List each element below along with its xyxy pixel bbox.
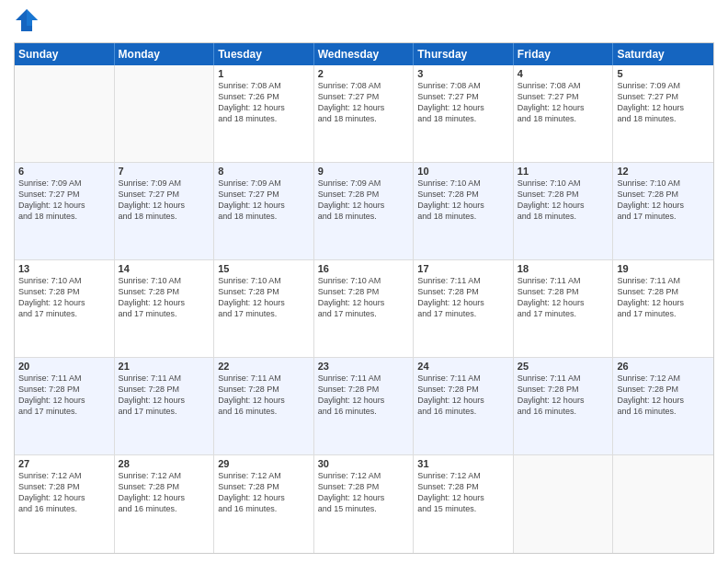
day-number: 23 <box>318 361 410 372</box>
day-number: 4 <box>518 68 609 79</box>
header-day-tuesday: Tuesday <box>214 43 314 65</box>
header-day-sunday: Sunday <box>15 43 115 65</box>
day-info: Sunrise: 7:09 AM Sunset: 7:28 PM Dayligh… <box>318 178 410 223</box>
day-cell-13: 13Sunrise: 7:10 AM Sunset: 7:28 PM Dayli… <box>15 260 115 357</box>
day-cell-22: 22Sunrise: 7:11 AM Sunset: 7:28 PM Dayli… <box>214 358 314 454</box>
day-cell-9: 9Sunrise: 7:09 AM Sunset: 7:28 PM Daylig… <box>314 163 415 259</box>
day-info: Sunrise: 7:11 AM Sunset: 7:28 PM Dayligh… <box>417 373 509 418</box>
day-info: Sunrise: 7:09 AM Sunset: 7:27 PM Dayligh… <box>119 178 210 223</box>
week-row-4: 20Sunrise: 7:11 AM Sunset: 7:28 PM Dayli… <box>15 358 713 455</box>
day-cell-25: 25Sunrise: 7:11 AM Sunset: 7:28 PM Dayli… <box>514 358 614 454</box>
day-info: Sunrise: 7:11 AM Sunset: 7:28 PM Dayligh… <box>518 275 609 320</box>
day-info: Sunrise: 7:12 AM Sunset: 7:28 PM Dayligh… <box>318 470 410 515</box>
header <box>14 9 714 35</box>
week-row-3: 13Sunrise: 7:10 AM Sunset: 7:28 PM Dayli… <box>15 260 713 358</box>
logo <box>14 9 43 35</box>
day-info: Sunrise: 7:11 AM Sunset: 7:28 PM Dayligh… <box>318 373 410 418</box>
day-number: 10 <box>417 166 509 177</box>
day-cell-8: 8Sunrise: 7:09 AM Sunset: 7:27 PM Daylig… <box>214 163 314 259</box>
day-number: 25 <box>518 361 609 372</box>
day-cell-11: 11Sunrise: 7:10 AM Sunset: 7:28 PM Dayli… <box>514 163 614 259</box>
day-number: 17 <box>417 263 509 274</box>
empty-cell <box>514 455 614 553</box>
day-cell-14: 14Sunrise: 7:10 AM Sunset: 7:28 PM Dayli… <box>115 260 215 357</box>
week-row-2: 6Sunrise: 7:09 AM Sunset: 7:27 PM Daylig… <box>15 163 713 260</box>
day-info: Sunrise: 7:09 AM Sunset: 7:27 PM Dayligh… <box>617 80 710 125</box>
day-number: 19 <box>617 263 710 274</box>
day-number: 27 <box>18 458 110 469</box>
day-cell-12: 12Sunrise: 7:10 AM Sunset: 7:28 PM Dayli… <box>613 163 713 259</box>
day-number: 1 <box>218 68 310 79</box>
day-cell-6: 6Sunrise: 7:09 AM Sunset: 7:27 PM Daylig… <box>15 163 115 259</box>
day-number: 5 <box>617 68 710 79</box>
day-number: 8 <box>218 166 310 177</box>
day-number: 9 <box>318 166 410 177</box>
page: SundayMondayTuesdayWednesdayThursdayFrid… <box>0 0 728 563</box>
day-cell-23: 23Sunrise: 7:11 AM Sunset: 7:28 PM Dayli… <box>314 358 415 454</box>
calendar: SundayMondayTuesdayWednesdayThursdayFrid… <box>14 42 714 554</box>
day-number: 18 <box>518 263 609 274</box>
day-info: Sunrise: 7:11 AM Sunset: 7:28 PM Dayligh… <box>18 373 110 418</box>
week-row-5: 27Sunrise: 7:12 AM Sunset: 7:28 PM Dayli… <box>15 455 713 553</box>
day-number: 24 <box>417 361 509 372</box>
day-number: 21 <box>119 361 210 372</box>
day-cell-31: 31Sunrise: 7:12 AM Sunset: 7:28 PM Dayli… <box>414 455 514 553</box>
day-number: 14 <box>119 263 210 274</box>
day-number: 22 <box>218 361 310 372</box>
header-day-thursday: Thursday <box>414 43 514 65</box>
day-cell-20: 20Sunrise: 7:11 AM Sunset: 7:28 PM Dayli… <box>15 358 115 454</box>
day-info: Sunrise: 7:11 AM Sunset: 7:28 PM Dayligh… <box>617 275 710 320</box>
empty-cell <box>115 65 215 162</box>
week-row-1: 1Sunrise: 7:08 AM Sunset: 7:26 PM Daylig… <box>15 65 713 163</box>
day-number: 7 <box>119 166 210 177</box>
header-day-saturday: Saturday <box>613 43 713 65</box>
day-info: Sunrise: 7:10 AM Sunset: 7:28 PM Dayligh… <box>218 275 310 320</box>
day-cell-5: 5Sunrise: 7:09 AM Sunset: 7:27 PM Daylig… <box>613 65 713 162</box>
day-cell-28: 28Sunrise: 7:12 AM Sunset: 7:28 PM Dayli… <box>115 455 215 553</box>
day-info: Sunrise: 7:10 AM Sunset: 7:28 PM Dayligh… <box>318 275 410 320</box>
day-info: Sunrise: 7:11 AM Sunset: 7:28 PM Dayligh… <box>417 275 509 320</box>
svg-marker-1 <box>27 9 38 26</box>
day-number: 13 <box>18 263 110 274</box>
day-info: Sunrise: 7:10 AM Sunset: 7:28 PM Dayligh… <box>417 178 509 223</box>
day-info: Sunrise: 7:09 AM Sunset: 7:27 PM Dayligh… <box>18 178 110 223</box>
day-info: Sunrise: 7:10 AM Sunset: 7:28 PM Dayligh… <box>617 178 710 223</box>
day-number: 11 <box>518 166 609 177</box>
day-number: 15 <box>218 263 310 274</box>
day-number: 3 <box>417 68 509 79</box>
day-info: Sunrise: 7:11 AM Sunset: 7:28 PM Dayligh… <box>218 373 310 418</box>
logo-icon <box>14 7 40 33</box>
day-cell-15: 15Sunrise: 7:10 AM Sunset: 7:28 PM Dayli… <box>214 260 314 357</box>
day-number: 6 <box>18 166 110 177</box>
day-info: Sunrise: 7:10 AM Sunset: 7:28 PM Dayligh… <box>18 275 110 320</box>
day-cell-18: 18Sunrise: 7:11 AM Sunset: 7:28 PM Dayli… <box>514 260 614 357</box>
day-number: 16 <box>318 263 410 274</box>
day-cell-7: 7Sunrise: 7:09 AM Sunset: 7:27 PM Daylig… <box>115 163 215 259</box>
day-cell-4: 4Sunrise: 7:08 AM Sunset: 7:27 PM Daylig… <box>514 65 614 162</box>
day-cell-19: 19Sunrise: 7:11 AM Sunset: 7:28 PM Dayli… <box>613 260 713 357</box>
day-info: Sunrise: 7:08 AM Sunset: 7:27 PM Dayligh… <box>417 80 509 125</box>
header-day-monday: Monday <box>115 43 215 65</box>
day-cell-21: 21Sunrise: 7:11 AM Sunset: 7:28 PM Dayli… <box>115 358 215 454</box>
day-cell-10: 10Sunrise: 7:10 AM Sunset: 7:28 PM Dayli… <box>414 163 514 259</box>
day-info: Sunrise: 7:08 AM Sunset: 7:27 PM Dayligh… <box>518 80 609 125</box>
empty-cell <box>613 455 713 553</box>
empty-cell <box>15 65 115 162</box>
day-info: Sunrise: 7:11 AM Sunset: 7:28 PM Dayligh… <box>518 373 609 418</box>
day-cell-27: 27Sunrise: 7:12 AM Sunset: 7:28 PM Dayli… <box>15 455 115 553</box>
day-cell-3: 3Sunrise: 7:08 AM Sunset: 7:27 PM Daylig… <box>414 65 514 162</box>
day-number: 30 <box>318 458 410 469</box>
day-cell-29: 29Sunrise: 7:12 AM Sunset: 7:28 PM Dayli… <box>214 455 314 553</box>
day-info: Sunrise: 7:12 AM Sunset: 7:28 PM Dayligh… <box>18 470 110 515</box>
day-number: 26 <box>617 361 710 372</box>
day-info: Sunrise: 7:09 AM Sunset: 7:27 PM Dayligh… <box>218 178 310 223</box>
header-day-friday: Friday <box>514 43 614 65</box>
day-number: 20 <box>18 361 110 372</box>
day-info: Sunrise: 7:12 AM Sunset: 7:28 PM Dayligh… <box>119 470 210 515</box>
calendar-header: SundayMondayTuesdayWednesdayThursdayFrid… <box>15 43 713 65</box>
day-number: 29 <box>218 458 310 469</box>
day-cell-1: 1Sunrise: 7:08 AM Sunset: 7:26 PM Daylig… <box>214 65 314 162</box>
day-cell-30: 30Sunrise: 7:12 AM Sunset: 7:28 PM Dayli… <box>314 455 415 553</box>
day-cell-24: 24Sunrise: 7:11 AM Sunset: 7:28 PM Dayli… <box>414 358 514 454</box>
day-info: Sunrise: 7:12 AM Sunset: 7:28 PM Dayligh… <box>417 470 509 515</box>
